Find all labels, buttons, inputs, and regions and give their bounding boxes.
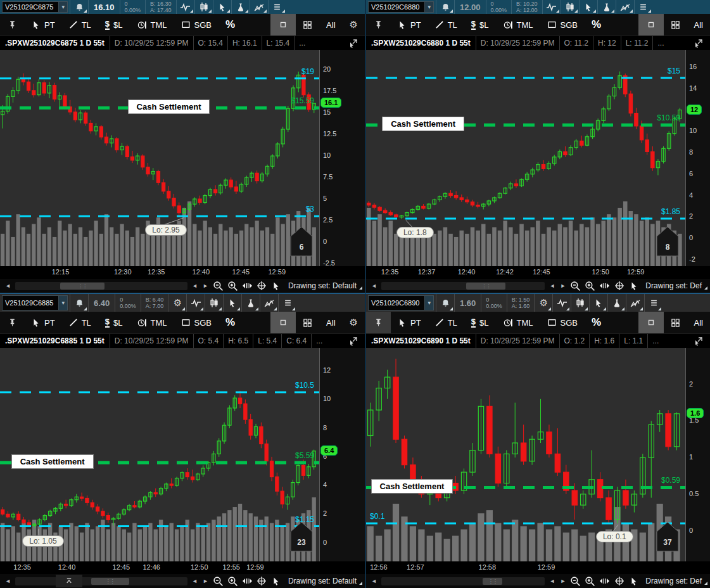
patterns-icon[interactable] xyxy=(260,294,278,312)
patterns-icon[interactable] xyxy=(616,0,634,14)
sgb-tool-button[interactable]: SGB xyxy=(174,14,219,35)
scroll-step-left[interactable]: ◄ xyxy=(189,578,200,584)
pan-mode-button[interactable] xyxy=(240,279,255,293)
single-chart-layout-button[interactable] xyxy=(270,14,296,35)
apply-all-button[interactable]: All xyxy=(687,312,710,333)
pan-mode-button[interactable] xyxy=(240,574,255,588)
chart-scrollbar[interactable] xyxy=(381,577,545,585)
pin-toolbar-button[interactable] xyxy=(366,312,391,333)
chart-type-line-icon[interactable] xyxy=(186,294,205,312)
pan-mode-button[interactable] xyxy=(597,574,612,588)
chart-plot-area[interactable]: $19$15.59$36Cash SettlementLo: 2.95 xyxy=(0,50,319,266)
grid-layout-button[interactable] xyxy=(296,14,319,35)
drawing-set-selector[interactable]: Drawing set: Default xyxy=(288,577,362,585)
zoom-in-button[interactable] xyxy=(225,279,240,293)
cursor-tool-icon[interactable] xyxy=(213,0,231,14)
percent-tool-button[interactable]: % xyxy=(219,312,242,333)
single-chart-layout-button[interactable] xyxy=(270,312,296,333)
pointer-tool-button[interactable]: PT xyxy=(25,14,62,35)
alert-bell-icon[interactable] xyxy=(436,0,454,14)
grid-layout-button[interactable] xyxy=(664,14,687,35)
auto-scale-icon[interactable] xyxy=(341,36,365,50)
pointer-mode-button[interactable] xyxy=(269,279,284,293)
chart-scrollbar[interactable] xyxy=(15,577,187,585)
scrollbar-thumb[interactable] xyxy=(91,578,129,585)
scroll-step-left[interactable]: ◄ xyxy=(189,283,200,289)
price-axis[interactable]: 1210864206.4 xyxy=(319,348,365,561)
scroll-step-left[interactable]: ◄ xyxy=(547,283,557,289)
time-axis[interactable]: 12:3512:3712:4012:4212:4512:5012:59 xyxy=(366,266,710,279)
chart-scrollbar[interactable] xyxy=(381,282,545,290)
price-axis[interactable]: 2017.51512.5107.552.50-2.516.1 xyxy=(319,50,365,266)
trendline-tool-button[interactable]: TL xyxy=(428,312,464,333)
pointer-tool-button[interactable]: PT xyxy=(391,14,428,35)
chart-menu-icon[interactable] xyxy=(268,0,286,14)
time-axis[interactable]: 12:1512:3012:3512:4012:4512:59 xyxy=(0,266,365,279)
drawing-set-selector[interactable]: Drawing set: Def xyxy=(645,281,707,290)
chart-scrollbar[interactable] xyxy=(15,282,187,290)
symbol-dropdown[interactable]: V251029C6890 ▾ xyxy=(368,295,434,310)
price-level-tool-button[interactable]: $$L xyxy=(464,312,496,333)
scroll-left-arrow[interactable]: ◄ xyxy=(369,283,379,289)
alert-bell-icon[interactable] xyxy=(70,0,88,14)
price-axis[interactable]: 16141086420-212 xyxy=(685,50,710,266)
chart-menu-icon[interactable] xyxy=(644,294,662,312)
chart-type-line-icon[interactable] xyxy=(176,0,194,14)
time-level-tool-button[interactable]: TML xyxy=(496,312,540,333)
crosshair-button[interactable] xyxy=(612,279,626,293)
chart-style-candles-icon[interactable] xyxy=(571,294,589,312)
time-level-tool-button[interactable]: TML xyxy=(496,14,540,35)
single-chart-layout-button[interactable] xyxy=(638,14,664,35)
alert-bell-icon[interactable] xyxy=(70,294,88,312)
pointer-mode-button[interactable] xyxy=(626,279,641,293)
zoom-out-button[interactable] xyxy=(211,279,225,293)
trendline-tool-button[interactable]: TL xyxy=(62,312,98,333)
zoom-out-button[interactable] xyxy=(568,574,583,588)
pin-toolbar-button[interactable] xyxy=(0,312,25,333)
percent-tool-button[interactable]: % xyxy=(585,14,608,35)
chart-style-candles-icon[interactable] xyxy=(194,0,213,14)
time-axis[interactable]: 12:3512:4012:4512:4612:5012:5512:59 xyxy=(0,561,365,574)
drawing-set-selector[interactable]: Drawing set: Default xyxy=(288,281,362,290)
symbol-dropdown[interactable]: V251029C6885 ▾ xyxy=(2,295,68,310)
price-level-tool-button[interactable]: $$L xyxy=(98,312,130,333)
auto-scale-icon[interactable] xyxy=(687,36,710,50)
scroll-left-arrow[interactable]: ◄ xyxy=(3,578,13,584)
zoom-in-button[interactable] xyxy=(583,279,597,293)
crosshair-button[interactable] xyxy=(612,574,626,588)
collapse-panel-button[interactable] xyxy=(56,575,82,587)
chart-type-line-icon[interactable] xyxy=(552,294,571,312)
pointer-tool-button[interactable]: PT xyxy=(391,312,428,333)
zoom-in-button[interactable] xyxy=(225,574,240,588)
crosshair-button[interactable] xyxy=(255,574,269,588)
settings-gear-icon[interactable]: ⚙ xyxy=(534,294,552,312)
settings-gear-icon[interactable]: ⚙ xyxy=(168,294,186,312)
chart-plot-area[interactable]: $10.5$5.59$1.1523Cash SettlementLo: 1.05 xyxy=(0,348,319,561)
candlestick-chart[interactable]: $0.59$0.137 xyxy=(366,348,685,561)
apply-all-button[interactable]: All xyxy=(319,312,342,333)
time-axis[interactable]: 12:5612:5712:5812:59 xyxy=(366,561,710,574)
time-level-tool-button[interactable]: TML xyxy=(130,312,174,333)
grid-layout-button[interactable] xyxy=(296,312,319,333)
patterns-icon[interactable] xyxy=(626,294,644,312)
scrollbar-thumb[interactable] xyxy=(466,283,505,290)
pointer-mode-button[interactable] xyxy=(269,574,284,588)
scrollbar-thumb[interactable] xyxy=(483,578,502,585)
chevron-down-icon[interactable]: ▾ xyxy=(58,2,67,12)
alert-bell-icon[interactable] xyxy=(436,294,454,312)
cash-settlement-label[interactable]: Cash Settlement xyxy=(128,99,210,114)
trendline-tool-button[interactable]: TL xyxy=(62,14,98,35)
sgb-tool-button[interactable]: SGB xyxy=(174,312,219,333)
percent-tool-button[interactable]: % xyxy=(585,312,608,333)
scroll-step-right[interactable]: ► xyxy=(557,283,568,289)
zoom-in-button[interactable] xyxy=(583,574,597,588)
sgb-tool-button[interactable]: SGB xyxy=(540,312,585,333)
crosshair-button[interactable] xyxy=(255,279,269,293)
scroll-step-right[interactable]: ► xyxy=(557,578,568,584)
pointer-mode-button[interactable] xyxy=(626,574,641,588)
cursor-tool-icon[interactable] xyxy=(589,294,607,312)
chart-plot-area[interactable]: $0.59$0.137Cash SettlementLo: 0.1 xyxy=(366,348,685,561)
studies-flask-icon[interactable] xyxy=(231,0,250,14)
scroll-step-right[interactable]: ► xyxy=(200,283,211,289)
pointer-tool-button[interactable]: PT xyxy=(25,312,62,333)
